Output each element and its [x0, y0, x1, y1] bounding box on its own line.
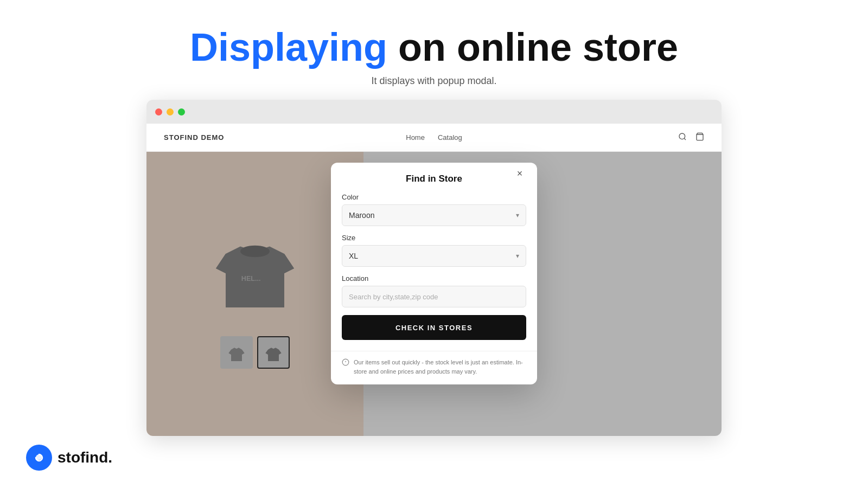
demo-content: HEL...	[146, 152, 722, 436]
browser-titlebar	[146, 100, 722, 124]
size-value-modal: XL	[349, 252, 358, 260]
check-in-stores-button[interactable]: CHECK IN STORES	[342, 315, 526, 340]
svg-point-0	[679, 133, 685, 139]
modal-body: Color Maroon ▾ Size XL ▾	[331, 184, 537, 351]
color-value: Maroon	[349, 211, 374, 220]
traffic-light-green[interactable]	[178, 108, 185, 115]
nav-link-catalog[interactable]: Catalog	[438, 133, 462, 142]
page-header: Displaying on online store It displays w…	[190, 0, 678, 100]
modal-close-button[interactable]: ×	[513, 167, 526, 180]
demo-nav-links: Home Catalog	[406, 133, 462, 142]
modal-footer: Our items sell out quickly - the stock l…	[331, 351, 537, 384]
modal-footer-text: Our items sell out quickly - the stock l…	[354, 358, 526, 376]
bottom-brand: stofind.	[26, 445, 112, 471]
size-chevron-icon: ▾	[516, 252, 519, 260]
location-form-group: Location Search by city,state,zip code	[342, 274, 526, 307]
brand-name: stofind.	[58, 449, 112, 466]
info-icon	[342, 358, 349, 368]
color-select[interactable]: Maroon ▾	[342, 204, 526, 226]
traffic-light-yellow[interactable]	[167, 108, 174, 115]
size-select-modal[interactable]: XL ▾	[342, 245, 526, 267]
demo-logo: STOFIND DEMO	[164, 133, 224, 142]
demo-site: STOFIND DEMO Home Catalog	[146, 124, 722, 436]
modal-header: Find in Store ×	[331, 163, 537, 184]
browser-window: STOFIND DEMO Home Catalog	[146, 100, 722, 436]
demo-nav: STOFIND DEMO Home Catalog	[146, 124, 722, 152]
nav-link-home[interactable]: Home	[406, 133, 425, 142]
size-form-group: Size XL ▾	[342, 234, 526, 267]
title-dark: on online store	[387, 25, 678, 69]
page-title: Displaying on online store	[190, 26, 678, 69]
modal-title: Find in Store	[406, 174, 462, 184]
cart-icon[interactable]	[695, 132, 704, 143]
size-label-modal: Size	[342, 234, 526, 242]
traffic-light-red[interactable]	[155, 108, 162, 115]
title-blue: Displaying	[190, 25, 387, 69]
location-placeholder: Search by city,state,zip code	[349, 293, 438, 301]
color-form-group: Color Maroon ▾	[342, 193, 526, 226]
color-label: Color	[342, 193, 526, 201]
svg-line-1	[684, 138, 686, 140]
modal-overlay: Find in Store × Color Maroon ▾	[146, 152, 722, 436]
demo-nav-icons	[678, 132, 704, 143]
location-input[interactable]: Search by city,state,zip code	[342, 286, 526, 307]
location-label: Location	[342, 274, 526, 282]
search-icon[interactable]	[678, 132, 687, 143]
brand-logo	[26, 445, 52, 471]
page-subtitle: It displays with popup modal.	[190, 75, 678, 87]
find-in-store-modal: Find in Store × Color Maroon ▾	[331, 163, 537, 384]
color-chevron-icon: ▾	[516, 211, 519, 219]
